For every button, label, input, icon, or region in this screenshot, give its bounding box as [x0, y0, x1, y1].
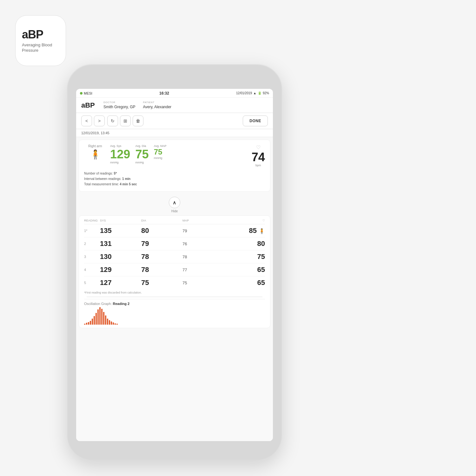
- row-dia: 80: [141, 227, 182, 235]
- sync-button[interactable]: ↻: [107, 116, 118, 126]
- row-number: 5: [84, 281, 100, 285]
- back-button[interactable]: <: [81, 116, 92, 126]
- avg-sys-label: Avg. Sys: [110, 144, 130, 148]
- status-right: 12/01/2019 ▲ 🔋 92%: [236, 91, 269, 95]
- row-sys: 130: [100, 253, 141, 261]
- row-hr: 85 🧍: [224, 227, 265, 235]
- total-time-line: Total measurement time: 4 min 5 sec: [84, 182, 265, 187]
- readings-header: Reading Sys Dia MAP ♡: [84, 219, 265, 224]
- row-sys: 135: [100, 227, 141, 235]
- device-screen: MESI 16:32 12/01/2019 ▲ 🔋 92% aBP DOCTOR…: [76, 89, 273, 441]
- col-hr-header: ♡: [224, 219, 265, 222]
- timestamp: 12/01/2019, 13:45: [76, 129, 273, 137]
- app-header: aBP DOCTOR Smith Gregory, GP PATIENT Ave…: [76, 98, 273, 113]
- status-left: MESI: [80, 91, 92, 95]
- row-dia: 79: [141, 240, 182, 248]
- interval-line: Interval between readings: 1 min: [84, 176, 265, 182]
- row-dia: 75: [141, 279, 182, 287]
- row-map: 79: [182, 228, 224, 233]
- content-area[interactable]: Right arm 🧍 Avg. Sys 129 mmHg Avg. Dia 7…: [76, 137, 273, 441]
- divider: [87, 297, 262, 297]
- osc-bar: [116, 324, 118, 325]
- row-hr: 65: [224, 266, 265, 274]
- osc-bar: [94, 316, 95, 324]
- patient-field: PATIENT Avery, Alexander: [143, 101, 171, 109]
- status-date: 12/01/2019: [236, 91, 252, 95]
- row-sys: 127: [100, 279, 141, 287]
- summary-stats: Number of readings: 5* Interval between …: [84, 171, 265, 187]
- osc-bar: [101, 309, 102, 325]
- summary-card: Right arm 🧍 Avg. Sys 129 mmHg Avg. Dia 7…: [79, 140, 270, 192]
- hide-label: Hide: [171, 209, 178, 213]
- hide-section: ∧ Hide: [76, 194, 273, 215]
- table-row: 1* 135 80 79 85 🧍: [84, 224, 265, 237]
- row-map: 76: [182, 241, 224, 246]
- col-reading-header: Reading: [84, 219, 100, 222]
- row-number: 3: [84, 255, 100, 259]
- chevron-up-icon: ∧: [173, 200, 176, 206]
- table-row: 4 129 78 77 65: [84, 263, 265, 276]
- toolbar: < > ↻ ⊞ 🗑 DONE: [76, 113, 273, 129]
- osc-bar: [90, 321, 91, 325]
- avg-sys-value: 129: [110, 148, 130, 160]
- table-row: 2 131 79 76 80: [84, 237, 265, 250]
- col-map-header: MAP: [182, 219, 224, 222]
- osc-bar: [88, 322, 89, 325]
- row-number: 2: [84, 242, 100, 246]
- avg-map-metric: Avg. MAP 75 mmHg: [154, 144, 167, 164]
- footnote: *First reading was discarded from calcul…: [84, 289, 265, 297]
- patient-label: PATIENT: [143, 101, 171, 104]
- app-title: aBP: [81, 101, 97, 109]
- done-button[interactable]: DONE: [243, 116, 268, 126]
- battery-percent: 92%: [263, 91, 269, 95]
- osc-bar: [113, 322, 114, 325]
- readings-body: 1* 135 80 79 85 🧍 2 131 79 76 80 3 130 7…: [84, 224, 265, 289]
- device-shell: MESI 16:32 12/01/2019 ▲ 🔋 92% aBP DOCTOR…: [67, 63, 282, 460]
- summary-top: Right arm 🧍 Avg. Sys 129 mmHg Avg. Dia 7…: [84, 144, 265, 167]
- avg-dia-value: 75: [135, 148, 149, 160]
- battery-icon: 🔋: [258, 91, 261, 95]
- arm-label: Right arm: [88, 144, 102, 148]
- osc-bar: [111, 321, 112, 324]
- osc-bar: [105, 315, 106, 325]
- forward-button[interactable]: >: [94, 116, 105, 126]
- status-bar: MESI 16:32 12/01/2019 ▲ 🔋 92%: [76, 89, 273, 98]
- avg-sys-metric: Avg. Sys 129 mmHg: [110, 144, 130, 164]
- oscillation-chart: [84, 306, 265, 325]
- row-number: 1*: [84, 229, 100, 233]
- osc-bar: [86, 323, 87, 324]
- table-row: 3 130 78 78 75: [84, 250, 265, 263]
- heart-icon: ♡: [256, 144, 261, 150]
- avg-map-unit: mmHg: [154, 156, 167, 160]
- readings-line: Number of readings: 5*: [84, 171, 265, 176]
- hr-unit: bpm: [255, 164, 261, 167]
- oscillation-label: Oscillation Graph: Reading 2: [84, 299, 265, 306]
- nav-buttons: < >: [81, 116, 105, 126]
- row-sys: 129: [100, 266, 141, 274]
- avg-map-label: Avg. MAP: [154, 144, 167, 148]
- app-icon-subtitle: Averaging Blood Pressure: [22, 43, 59, 53]
- delete-button[interactable]: 🗑: [133, 116, 143, 126]
- row-number: 4: [84, 268, 100, 272]
- hr-value: 74: [252, 151, 265, 163]
- osc-bar: [97, 309, 99, 324]
- action-buttons: ↻ ⊞ 🗑: [107, 116, 143, 126]
- hr-metric: ♡ 74 bpm: [252, 144, 265, 167]
- row-dia: 78: [141, 253, 182, 261]
- avg-map-value: 75: [154, 148, 167, 156]
- row-map: 77: [182, 268, 224, 272]
- row-hr: 80: [224, 240, 265, 248]
- body-icon: 🧍: [90, 149, 101, 160]
- osc-bar: [109, 320, 110, 324]
- avg-sys-unit: mmHg: [110, 161, 130, 164]
- osc-bar: [84, 324, 85, 325]
- app-name: MESI: [84, 91, 92, 95]
- display-button[interactable]: ⊞: [120, 116, 131, 126]
- doctor-label: DOCTOR: [103, 101, 135, 104]
- metrics-row: Avg. Sys 129 mmHg Avg. Dia 75 mmHg Avg. …: [110, 144, 248, 164]
- doctor-name: Smith Gregory, GP: [103, 105, 135, 109]
- hide-button[interactable]: ∧: [169, 197, 180, 208]
- avg-dia-label: Avg. Dia: [135, 144, 149, 148]
- osc-bar: [99, 307, 101, 325]
- osc-bar: [103, 312, 104, 324]
